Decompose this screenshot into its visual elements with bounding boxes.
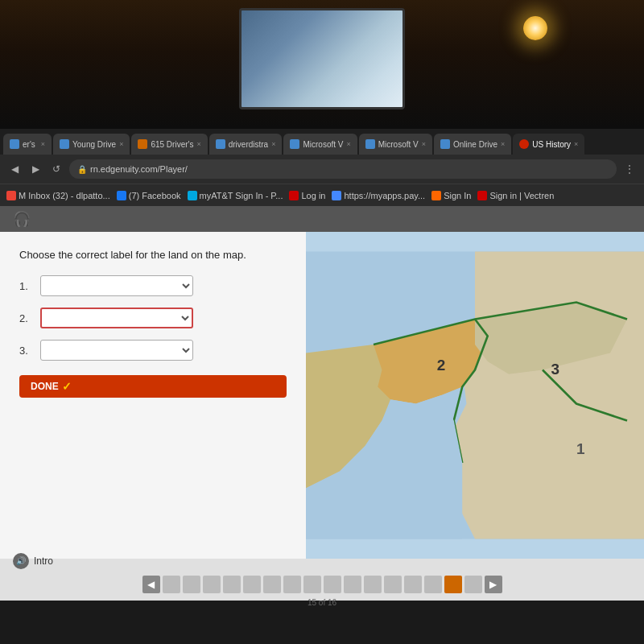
done-button[interactable]: DONE ✓ [19,375,287,398]
page-box-14[interactable] [424,576,442,593]
myapps-icon [332,191,341,200]
speaker-icon: 🔊 [13,553,29,569]
tab-label-1: Young Drive [72,140,116,149]
page-box-3[interactable] [203,576,221,593]
map-label-3: 3 [551,361,560,378]
tab-close-4[interactable]: × [346,140,350,148]
bookmark-vectren-label: Sign in | Vectren [489,191,554,200]
intro-label: Intro [34,555,53,567]
page-box-12[interactable] [384,576,402,593]
page-box-13[interactable] [404,576,422,593]
question-num-1: 1. [19,280,34,292]
quiz-map-panel: 2 3 1 [306,232,644,559]
bookmark-myapps[interactable]: https://myapps.pay... [332,191,425,200]
bookmark-fb[interactable]: (7) Facebook [117,191,181,200]
forward-button[interactable]: ▶ [27,161,43,177]
lamp [523,16,547,40]
question-num-2: 2. [19,312,34,324]
address-bar: ◀ ▶ ↺ 🔒 rn.edgenuity.com/Player/ ⋮ [0,155,644,184]
lock-icon: 🔒 [77,165,87,174]
tab-bar: er's × Young Drive × 615 Driver's × driv… [0,129,644,155]
progress-text: 15 of 16 [308,598,336,607]
tab-5[interactable]: Microsoft V × [359,134,432,155]
signin-icon [431,191,441,200]
tab-close-0[interactable]: × [41,140,45,148]
map-label-1: 1 [576,441,585,458]
page-box-9[interactable] [324,576,341,593]
browser-chrome: er's × Young Drive × 615 Driver's × driv… [0,129,644,206]
tab-close-2[interactable]: × [196,140,200,148]
page-box-5[interactable] [243,576,261,593]
menu-button[interactable]: ⋮ [621,161,638,177]
prev-page-button[interactable]: ◀ [142,576,160,593]
page-box-1[interactable] [163,576,180,593]
bookmarks-bar: M Inbox (32) - dlpatto... (7) Facebook m… [0,184,644,206]
page-box-4[interactable] [223,576,241,593]
tab-4[interactable]: Microsoft V × [283,134,357,155]
bookmark-login-label: Log in [301,191,325,200]
tab-favicon-5 [365,139,375,149]
intro-button[interactable]: 🔊 Intro [13,553,53,569]
bookmark-login[interactable]: Log in [289,191,325,200]
url-box[interactable]: 🔒 rn.edgenuity.com/Player/ [69,159,617,179]
tab-close-1[interactable]: × [119,140,123,148]
tab-0[interactable]: er's × [3,134,52,155]
tab-3[interactable]: driverdistra × [209,134,283,155]
bookmark-att[interactable]: myAT&T Sign In - P... [188,191,283,200]
tab-favicon-2 [138,139,147,149]
page-box-10[interactable] [344,576,361,593]
fb-icon [117,191,126,200]
tab-favicon-1 [60,139,69,149]
room-background [0,0,644,129]
page-box-11[interactable] [364,576,382,593]
tab-close-7[interactable]: × [574,140,578,148]
quiz-container: Choose the correct label for the land on… [0,232,644,559]
tab-favicon-4 [290,139,299,149]
bookmark-signin-label: Sign In [444,191,471,200]
page-box-16[interactable] [464,576,482,593]
tab-label-6: Online Drive [453,140,497,149]
quiz-left-panel: Choose the correct label for the land on… [0,232,306,559]
dropdown-1[interactable] [40,275,193,296]
bookmark-gmail[interactable]: M Inbox (32) - dlpatto... [6,191,110,200]
question-num-3: 3. [19,345,34,357]
back-button[interactable]: ◀ [6,161,23,177]
dropdown-2[interactable] [40,308,193,328]
tab-favicon-0 [10,139,19,149]
done-check-icon: ✓ [62,380,72,393]
tab-favicon-3 [216,139,225,149]
bookmark-fb-label: (7) Facebook [129,191,181,200]
page-box-15[interactable] [444,576,462,593]
bookmark-gmail-label: M Inbox (32) - dlpatto... [19,191,110,200]
tab-7[interactable]: US History × [513,134,584,155]
pagination-row: ◀ ▶ [142,576,502,593]
bookmark-vectren[interactable]: Sign in | Vectren [477,191,554,200]
bookmark-myapps-label: https://myapps.pay... [344,191,425,200]
headphone-icon: 🎧 [13,210,31,228]
url-text: rn.edgenuity.com/Player/ [90,164,188,174]
next-page-button[interactable]: ▶ [485,576,502,593]
question-prompt: Choose the correct label for the land on… [19,248,287,262]
bookmark-signin[interactable]: Sign In [431,191,471,200]
tab-6[interactable]: Online Drive × [434,134,511,155]
reload-button[interactable]: ↺ [48,161,64,177]
att-icon [188,191,197,200]
tab-label-2: 615 Driver's [151,140,193,149]
tab-favicon-6 [440,139,450,149]
tab-close-6[interactable]: × [501,140,505,148]
tab-2[interactable]: 615 Driver's × [131,134,207,155]
vectren-icon [477,191,487,200]
tab-label-0: er's [23,140,35,149]
tab-close-5[interactable]: × [422,140,426,148]
tab-label-4: Microsoft V [303,140,343,149]
tab-close-3[interactable]: × [271,140,275,148]
page-box-6[interactable] [263,576,281,593]
map-label-2: 2 [437,357,446,374]
dropdown-3[interactable] [40,340,193,361]
map-svg: 2 3 1 [306,232,644,559]
page-box-8[interactable] [303,576,321,593]
page-box-7[interactable] [283,576,301,593]
tab-1[interactable]: Young Drive × [53,134,130,155]
content-area: 🎧 Choose the correct label for the land … [0,206,644,601]
page-box-2[interactable] [183,576,200,593]
